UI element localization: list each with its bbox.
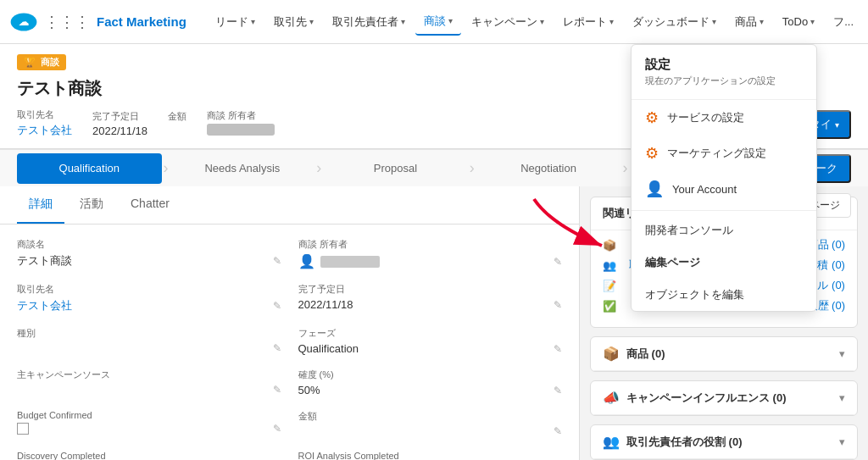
detail-section: 商談名 テスト商談 ✎ 商談 所有者 👤 ✎ 取引先名 <box>0 224 579 460</box>
nav-campaign[interactable]: キャンペーン▾ <box>463 9 553 35</box>
nav-account[interactable]: 取引先▾ <box>265 9 322 35</box>
progress-step-proposal[interactable]: Proposal <box>323 153 468 184</box>
field-owner: 商談 所有者 👤 ✎ <box>298 238 563 269</box>
edit-icon-closedate[interactable]: ✎ <box>554 299 562 311</box>
field-discovery: Discovery Completed ✎ <box>17 451 281 460</box>
user-icon: 👤 <box>298 253 315 269</box>
progress-divider-4: › <box>622 159 627 177</box>
contacts-icon: 👥 <box>603 259 616 272</box>
meta-amount: 金額 <box>168 110 186 137</box>
nav-items: リード▾ 取引先▾ 取引先責任者▾ 商談▾ キャンペーン▾ レポート▾ ダッシュ… <box>207 8 862 36</box>
settings-account[interactable]: 👤 Your Account <box>632 171 816 207</box>
related-card-contactrole: 👥 取引先責任者の役割 (0) ▾ <box>590 424 858 460</box>
settings-editpage[interactable]: 編集ページ <box>632 247 816 279</box>
person-icon: 👤 <box>645 180 664 198</box>
field-grid: 商談名 テスト商談 ✎ 商談 所有者 👤 ✎ 取引先名 <box>17 238 562 460</box>
contactrole-chevron[interactable]: ▾ <box>839 435 845 448</box>
gear-orange-icon2: ⚙ <box>645 144 659 163</box>
edit-icon-oppname[interactable]: ✎ <box>273 255 281 267</box>
gear-orange-icon: ⚙ <box>645 108 659 127</box>
settings-devcon[interactable]: 開発者コンソール <box>632 214 816 247</box>
meta-owner: 商談 所有者 <box>207 109 275 138</box>
edit-icon-prob[interactable]: ✎ <box>554 385 562 396</box>
contactrole-card-title: 👥 取引先責任者の役割 (0) <box>603 434 743 450</box>
nav-lead[interactable]: リード▾ <box>207 9 264 35</box>
settings-header: 設定 現在のアプリケーションの設定 <box>632 45 816 100</box>
field-closedate: 完了予定日 2022/11/18 ✎ <box>298 283 563 313</box>
field-account: 取引先名 テスト会社 ✎ <box>17 283 281 313</box>
campaign-chevron[interactable]: ▾ <box>839 391 845 404</box>
nav-more[interactable]: フ... <box>825 9 862 35</box>
field-phase: フェーズ Qualification ✎ <box>298 327 563 355</box>
detail-tabs: 詳細 活動 Chatter <box>0 186 579 224</box>
goods-chevron[interactable]: ▾ <box>839 347 845 360</box>
meta-account-value[interactable]: テスト会社 <box>17 123 72 138</box>
meta-account: 取引先名 テスト会社 <box>17 108 72 138</box>
nav-product[interactable]: 商品▾ <box>726 9 772 35</box>
badge-icon: 🏆 <box>24 57 36 68</box>
nav-dashboard[interactable]: ダッシュボード▾ <box>624 9 725 35</box>
contactrole-card-header: 👥 取引先責任者の役割 (0) ▾ <box>591 425 857 459</box>
field-opportunity-name: 商談名 テスト商談 ✎ <box>17 238 281 269</box>
campaign-card-title: 📣 キャンペーンインフルエンス (0) <box>603 390 787 406</box>
topbar: ☁ ⋮⋮⋮ Fact Marketing リード▾ 取引先▾ 取引先責任者▾ 商… <box>0 0 868 44</box>
memo-icon: 📝 <box>603 280 616 292</box>
account-link[interactable]: テスト会社 <box>17 298 72 313</box>
related-card-campaign: 📣 キャンペーンインフルエンス (0) ▾ <box>590 380 858 416</box>
tab-chatter[interactable]: Chatter <box>119 186 181 224</box>
field-budget: Budget Confirmed ✎ <box>17 410 281 437</box>
progress-step-negotiation[interactable]: Negotiation <box>476 153 621 184</box>
goods-card-title: 📦 商品 (0) <box>603 346 665 362</box>
record-type-badge: 🏆 商談 <box>17 54 66 70</box>
tab-detail[interactable]: 詳細 <box>17 186 64 224</box>
settings-subtitle: 現在のアプリケーションの設定 <box>645 75 803 87</box>
settings-editobject[interactable]: オブジェクトを編集 <box>632 279 816 311</box>
settings-marketing[interactable]: ⚙ マーケティング設定 <box>632 136 816 171</box>
app-name: Fact Marketing <box>97 14 186 29</box>
edit-icon-type[interactable]: ✎ <box>273 342 281 354</box>
field-roi: ROI Analysis Completed ✎ <box>298 451 563 460</box>
related-card-goods: 📦 商品 (0) ▾ <box>590 336 858 372</box>
field-type: 種別 ✎ <box>17 327 281 355</box>
progress-divider-3: › <box>470 159 475 177</box>
svg-text:☁: ☁ <box>19 17 29 27</box>
nav-opportunity[interactable]: 商談▾ <box>415 8 461 36</box>
contactrole-icon: 👥 <box>603 434 620 450</box>
progress-divider-1: › <box>164 159 169 177</box>
settings-title: 設定 <box>645 57 803 73</box>
settings-divider <box>632 210 816 211</box>
budget-checkbox[interactable] <box>17 423 29 435</box>
goods-card-header: 📦 商品 (0) ▾ <box>591 337 857 371</box>
edit-icon-phase[interactable]: ✎ <box>554 343 562 355</box>
left-panel: 詳細 活動 Chatter 商談名 テスト商談 ✎ 商談 所有者 👤 <box>0 186 580 460</box>
meta-amount-value <box>168 125 186 137</box>
goods-icon: 📦 <box>603 346 620 362</box>
owner-blurred <box>207 124 275 136</box>
meta-closedate-value: 2022/11/18 <box>92 125 147 137</box>
edit-icon-budget[interactable]: ✎ <box>273 423 281 435</box>
campaign-card-header: 📣 キャンペーンインフルエンス (0) ▾ <box>591 381 857 415</box>
meta-owner-value <box>207 124 275 138</box>
edit-icon-amount[interactable]: ✎ <box>554 425 562 437</box>
edit-icon-owner[interactable]: ✎ <box>554 256 562 268</box>
meta-closedate: 完了予定日 2022/11/18 <box>92 110 147 137</box>
settings-dropdown: 設定 現在のアプリケーションの設定 ⚙ サービスの設定 ⚙ マーケティング設定 … <box>631 44 817 312</box>
field-campaign: 主キャンペーンソース ✎ <box>17 369 281 396</box>
nav-todo[interactable]: ToDo▾ <box>774 10 823 33</box>
approvals-icon: ✅ <box>603 300 616 313</box>
campaign-icon: 📣 <box>603 390 620 406</box>
field-probability: 確度 (%) 50% ✎ <box>298 369 563 396</box>
salesforce-logo[interactable]: ☁ <box>10 8 37 36</box>
nav-report[interactable]: レポート▾ <box>554 9 622 35</box>
grid-icon[interactable]: ⋮⋮⋮ <box>44 13 90 31</box>
tab-activity[interactable]: 活動 <box>68 186 115 224</box>
owner-value-blurred <box>320 256 380 268</box>
progress-step-qualification[interactable]: Qualification <box>17 153 162 184</box>
nav-contact[interactable]: 取引先責任者▾ <box>324 9 414 35</box>
edit-icon-account[interactable]: ✎ <box>273 300 281 312</box>
products-icon: 📦 <box>603 239 616 252</box>
settings-service[interactable]: ⚙ サービスの設定 <box>632 100 816 136</box>
field-amount: 金額 ✎ <box>298 410 563 437</box>
progress-step-needsanalysis[interactable]: Needs Analysis <box>170 153 315 184</box>
edit-icon-campaign[interactable]: ✎ <box>273 384 281 396</box>
